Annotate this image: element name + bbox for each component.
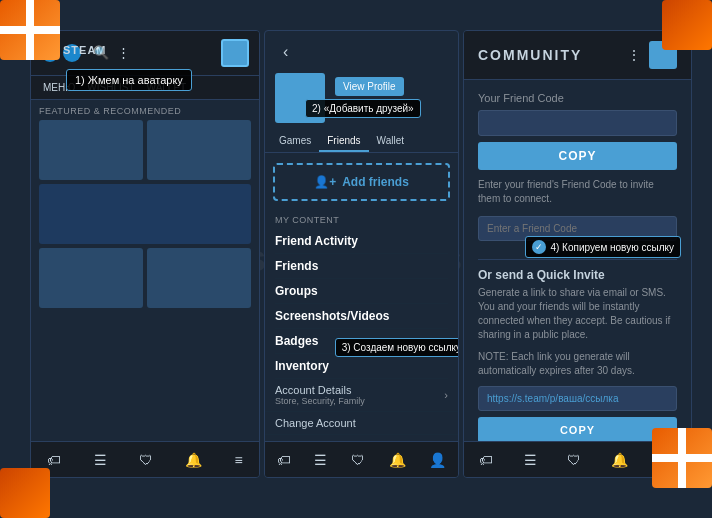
add-friends-button[interactable]: 👤+ Add friends [273, 163, 450, 201]
account-details-label: Account Details [275, 384, 365, 396]
left-bottom-nav: 🏷 ☰ 🛡 🔔 ≡ [31, 441, 259, 477]
nav-bell-icon-r[interactable]: 🔔 [611, 452, 628, 468]
add-friends-icon: 👤+ [314, 175, 336, 189]
account-details-item[interactable]: Account Details Store, Security, Family … [265, 379, 458, 412]
divider [478, 259, 677, 260]
change-account-label: Change Account [275, 417, 356, 429]
nav-shield-icon-r[interactable]: 🛡 [567, 452, 581, 468]
nav-person-icon-m[interactable]: 👤 [429, 452, 446, 468]
profile-tabs: Games Friends Wallet [265, 131, 458, 153]
annotation-tooltip-2: 2) «Добавить друзей» [305, 99, 421, 118]
tab-wallet[interactable]: Wallet [369, 131, 412, 152]
copy-link-button[interactable]: COPY [478, 417, 677, 443]
nav-tag-icon-m[interactable]: 🏷 [277, 452, 291, 468]
gift-box-top-right [662, 0, 712, 50]
community-panel: COMMUNITY ⋮ Your Friend Code COPY Enter … [463, 30, 692, 478]
quick-invite-note: NOTE: Each link you generate will automa… [478, 350, 677, 378]
change-account-item[interactable]: Change Account [265, 412, 458, 435]
nav-tag-icon[interactable]: 🏷 [47, 452, 61, 468]
add-friends-label: Add friends [342, 175, 409, 189]
friend-code-label: Your Friend Code [478, 92, 677, 104]
back-button[interactable]: ‹ [273, 35, 298, 69]
nav-shield-icon[interactable]: 🛡 [139, 452, 153, 468]
check-icon: ✓ [532, 240, 546, 254]
annotation-tooltip-1: 1) Жмем на аватарку [66, 69, 192, 91]
annotation-tooltip-4: ✓ 4) Копируем новую ссылку [525, 236, 681, 258]
copy-friend-code-button[interactable]: COPY [478, 142, 677, 170]
nav-shield-icon-m[interactable]: 🛡 [351, 452, 365, 468]
community-header: COMMUNITY ⋮ [464, 31, 691, 80]
tab-friends[interactable]: Friends [319, 131, 368, 152]
tab-games[interactable]: Games [271, 131, 319, 152]
game-card-2 [147, 120, 251, 180]
nav-menu-icon[interactable]: ≡ [235, 452, 243, 468]
middle-bottom-nav: 🏷 ☰ 🛡 🔔 👤 [265, 441, 458, 477]
game-card-3 [39, 248, 143, 308]
gift-box-top-left [0, 0, 60, 60]
menu-friend-activity[interactable]: Friend Activity [275, 229, 448, 254]
game-card-wide [39, 184, 251, 244]
view-profile-button[interactable]: View Profile [335, 77, 404, 96]
steam-main-panel: STEAM 🔍 ⋮ МЕНЮ WISHLIST WALLET 1) Жмем н… [30, 30, 260, 478]
annotation-tooltip-3: 3) Создаем новую ссылку [335, 338, 459, 357]
nav-bell-icon[interactable]: 🔔 [185, 452, 202, 468]
menu-screenshots[interactable]: Screenshots/Videos [275, 304, 448, 329]
avatar[interactable] [221, 39, 249, 67]
nav-tag-icon-r[interactable]: 🏷 [479, 452, 493, 468]
community-body: Your Friend Code COPY Enter your friend'… [464, 80, 691, 478]
menu-friends[interactable]: Friends [275, 254, 448, 279]
quick-invite-desc: Generate a link to share via email or SM… [478, 286, 677, 342]
link-box: https://s.team/p/ваша/ссылка [478, 386, 677, 411]
nav-bell-icon-m[interactable]: 🔔 [389, 452, 406, 468]
nav-list-icon[interactable]: ☰ [94, 452, 107, 468]
featured-label: FEATURED & RECOMMENDED [31, 100, 259, 120]
community-more-icon[interactable]: ⋮ [627, 47, 641, 63]
community-title: COMMUNITY [478, 47, 582, 63]
menu-groups[interactable]: Groups [275, 279, 448, 304]
game-card-1 [39, 120, 143, 180]
game-cards-grid-2 [31, 248, 259, 308]
profile-popup-panel: ‹ View Profile 2) «Добавить друзей» Game… [264, 30, 459, 478]
friend-code-input[interactable] [478, 110, 677, 136]
gift-box-bottom-right [652, 428, 712, 488]
invite-note: Enter your friend's Friend Code to invit… [478, 178, 677, 206]
game-card-4 [147, 248, 251, 308]
menu-inventory[interactable]: Inventory [275, 354, 448, 379]
nav-list-icon-r[interactable]: ☰ [524, 452, 537, 468]
quick-invite-title: Or send a Quick Invite [478, 268, 677, 282]
nav-list-icon-m[interactable]: ☰ [314, 452, 327, 468]
account-details-sub: Store, Security, Family [275, 396, 365, 406]
search-icon[interactable]: 🔍 [93, 45, 109, 61]
chevron-right-icon: › [444, 389, 448, 401]
game-cards-grid [31, 120, 259, 180]
my-content-label: MY CONTENT [265, 211, 458, 229]
more-options-icon[interactable]: ⋮ [117, 45, 133, 61]
gift-box-bottom-left [0, 468, 50, 518]
link-text: https://s.team/p/ваша/ссылка [487, 393, 668, 404]
